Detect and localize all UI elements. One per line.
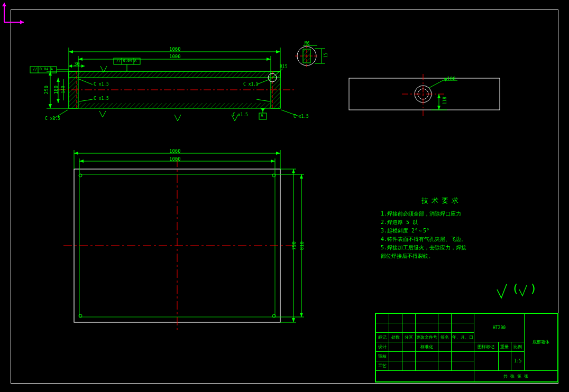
tech-line-5: 5.焊接加工后退火，去除应力，焊接 (381, 244, 502, 252)
svg-rect-8 (78, 71, 271, 78)
side-offset: 118 (443, 97, 447, 104)
svg-rect-56 (303, 49, 310, 63)
chamfer-2: C x1.5 (293, 114, 309, 119)
tb-h4: 更改文件号 (416, 333, 438, 342)
plan-inner-h: 810 (299, 241, 305, 250)
svg-marker-29 (49, 104, 52, 108)
detail-label: M6 (305, 41, 310, 46)
dim-h1: 180 (53, 86, 59, 94)
tech-line-4: 4.铸件表面不得有气孔夹层、飞边。 (381, 235, 502, 244)
chamfer-5: C x1.5 (94, 96, 109, 101)
tb-partno: HT200 (474, 314, 525, 342)
svg-marker-23 (69, 64, 72, 68)
svg-marker-89 (271, 160, 275, 163)
tb-h2: 处数 (389, 333, 402, 342)
svg-line-40 (79, 99, 93, 101)
svg-marker-93 (292, 169, 295, 173)
svg-marker-84 (276, 152, 280, 155)
svg-marker-16 (276, 50, 280, 53)
tech-line-6: 部位焊接后不得裂纹。 (381, 252, 502, 260)
tech-line-1: 1.焊接前必须全部，消除焊口应力 (381, 210, 502, 218)
gdt-right: // 0.04 A (116, 59, 136, 63)
tb-h6: 年、月、日 (452, 333, 474, 342)
tech-title: 技术要求 (381, 195, 502, 207)
tb-stage: 图样标记 (474, 342, 499, 352)
svg-marker-15 (69, 50, 73, 53)
tb-std: 标准化 (416, 342, 438, 352)
tb-sheet: 共 张 第 张 (474, 371, 558, 382)
tb-check: 审核 (376, 352, 389, 361)
dim-h2: 140 (61, 86, 66, 93)
svg-marker-99 (300, 313, 303, 317)
tb-weight: 重量 (498, 342, 511, 352)
svg-marker-52 (261, 108, 265, 111)
tb-partname: 底部箱体 (525, 314, 558, 371)
tb-design: 设计 (376, 342, 389, 352)
dim-r15: R15 (280, 64, 287, 69)
svg-text:(: ( (512, 282, 519, 295)
chamfer-1: C x1.5 (45, 116, 60, 121)
tb-proc: 工艺 (376, 361, 389, 371)
gdt-left: // 0.04 A (33, 67, 53, 71)
svg-marker-21 (267, 58, 271, 61)
svg-marker-83 (74, 152, 78, 155)
plan-inner-w: 1000 (169, 156, 181, 162)
tb-h1: 标记 (376, 333, 389, 342)
chamfer-3: C x1.5 (94, 82, 109, 87)
svg-marker-88 (79, 160, 84, 163)
dim-left-offset: 30 (74, 61, 80, 67)
svg-marker-32 (57, 99, 60, 103)
svg-marker-24 (81, 64, 85, 68)
svg-marker-31 (57, 78, 60, 82)
title-block: HT200 底部箱体 标记 处数 分区 更改文件号 签名 年、月、日 设计 标准… (375, 313, 558, 382)
detail-dim: 15 (324, 53, 328, 58)
chamfer-6: C x1.5 (233, 113, 248, 117)
chamfer-4: C x1.5 (243, 82, 259, 87)
drawing-canvas[interactable]: ( ) 1060 1000 30 250 180 140 R15 // 0.04… (0, 0, 569, 392)
svg-marker-70 (437, 94, 440, 98)
tb-scale-v: 1:5 (511, 352, 525, 371)
svg-marker-94 (292, 318, 295, 322)
dia-label: φ100 (444, 76, 456, 81)
svg-line-41 (256, 99, 270, 101)
tb-h3: 分区 (402, 333, 416, 342)
svg-rect-7 (78, 103, 271, 108)
tech-line-3: 3.起模斜度 2°～5° (381, 227, 502, 235)
svg-line-38 (79, 79, 93, 85)
svg-marker-71 (437, 106, 440, 110)
dim-inner-w: 1000 (169, 54, 181, 59)
tech-line-2: 2.焊道厚 5 以 (381, 218, 502, 227)
tb-h5: 签名 (438, 333, 452, 342)
svg-rect-61 (349, 78, 500, 110)
datum-a: A (261, 114, 263, 118)
svg-marker-20 (78, 58, 82, 61)
dim-h-outer: 250 (44, 86, 49, 94)
dim-overall-w: 1060 (169, 46, 181, 52)
svg-text:): ) (530, 282, 537, 295)
plan-outer-w: 1060 (169, 148, 181, 154)
tech-requirements: 技术要求 1.焊接前必须全部，消除焊口应力 2.焊道厚 5 以 3.起模斜度 2… (381, 195, 502, 260)
tb-scale: 比例 (511, 342, 525, 352)
svg-line-66 (429, 80, 443, 88)
plan-outer-h: 790 (291, 241, 297, 250)
svg-marker-98 (300, 174, 303, 179)
